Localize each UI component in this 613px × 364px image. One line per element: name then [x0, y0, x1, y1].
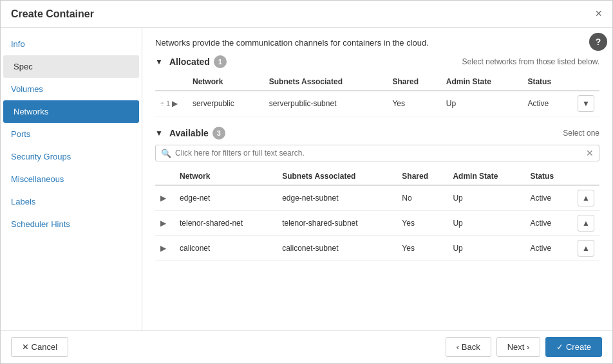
available-table: Network Subnets Associated Shared Admin … [155, 168, 599, 261]
allocated-row-shared: Yes [387, 91, 440, 116]
description-text: Networks provide the communication chann… [155, 38, 599, 48]
allocated-title: ▼ Allocated 1 [155, 55, 227, 68]
allocated-row-action: ▼ [572, 91, 599, 116]
clear-search-button[interactable]: ✕ [586, 148, 594, 158]
help-button[interactable]: ? [589, 33, 607, 51]
sidebar-item-scheduler-hints[interactable]: Scheduler Hints [1, 213, 142, 235]
caliconet-shared: Yes [397, 236, 448, 261]
allocated-col-admin-state: Admin State [441, 73, 523, 91]
allocated-row-subnets: serverpublic-subnet [264, 91, 388, 116]
cancel-button[interactable]: ✕ Cancel [11, 337, 68, 357]
sidebar-item-info[interactable]: Info [1, 33, 142, 55]
available-col-shared: Shared [397, 168, 448, 185]
footer-right: ‹ Back Next › ✓ Create [446, 337, 602, 357]
search-input[interactable] [175, 149, 586, 158]
sidebar: Info Spec Volumes Networks Ports Securit… [1, 28, 142, 330]
edge-net-status: Active [525, 185, 572, 211]
allocated-col-subnets: Subnets Associated [264, 73, 388, 91]
caliconet-name: caliconet [174, 236, 277, 261]
modal-header: Create Container × [1, 1, 612, 28]
allocate-caliconet-button[interactable]: ▲ [578, 240, 594, 257]
allocated-chevron: ▼ [155, 57, 163, 66]
create-container-modal: Create Container × Info Spec Volumes Net… [0, 0, 613, 364]
search-bar: 🔍 ✕ [155, 145, 599, 161]
allocated-row-status: Active [522, 91, 572, 116]
allocated-hint: Select networks from those listed below. [462, 57, 599, 66]
sidebar-item-networks[interactable]: Networks [3, 100, 139, 123]
available-col-admin-state: Admin State [448, 168, 525, 185]
edge-net-subnets: edge-net-subnet [277, 185, 397, 211]
sidebar-item-miscellaneous[interactable]: Miscellaneous [1, 168, 142, 190]
allocated-col-action [572, 73, 599, 91]
available-col-subnets: Subnets Associated [277, 168, 397, 185]
allocated-row-network: serverpublic [187, 91, 264, 116]
sidebar-item-volumes[interactable]: Volumes [1, 78, 142, 100]
modal-body: Info Spec Volumes Networks Ports Securit… [1, 28, 612, 330]
telenor-shared: Yes [397, 211, 448, 236]
next-button[interactable]: Next › [496, 337, 541, 357]
telenor-admin-state: Up [448, 211, 525, 236]
allocated-section-header: ▼ Allocated 1 Select networks from those… [155, 55, 599, 68]
allocated-row-expand[interactable]: ▶ [172, 99, 178, 108]
edge-net-shared: No [397, 185, 448, 211]
available-col-action [572, 168, 599, 185]
edge-net-expand[interactable]: ▶ [160, 194, 166, 203]
sidebar-item-ports[interactable]: Ports [1, 123, 142, 145]
allocate-edge-net-button[interactable]: ▲ [578, 190, 594, 206]
available-chevron: ▼ [155, 129, 163, 138]
allocated-col-status: Status [522, 73, 572, 91]
allocate-telenor-button[interactable]: ▲ [578, 215, 594, 232]
caliconet-admin-state: Up [448, 236, 525, 261]
allocated-col-sort [155, 73, 187, 91]
caliconet-subnets: caliconet-subnet [277, 236, 397, 261]
sidebar-item-spec[interactable]: Spec [3, 55, 139, 78]
telenor-subnets: telenor-shared-subnet [277, 211, 397, 236]
telenor-name: telenor-shared-net [174, 211, 277, 236]
available-section-header: ▼ Available 3 Select one [155, 127, 599, 140]
caliconet-status: Active [525, 236, 572, 261]
allocated-col-shared: Shared [387, 73, 440, 91]
sidebar-item-security-groups[interactable]: Security Groups [1, 145, 142, 168]
allocated-table: Network Subnets Associated Shared Admin … [155, 73, 599, 116]
available-hint: Select one [563, 129, 599, 138]
allocated-badge: 1 [214, 55, 227, 68]
telenor-expand[interactable]: ▶ [160, 219, 166, 228]
close-button[interactable]: × [595, 7, 602, 21]
main-content: ? Networks provide the communication cha… [142, 28, 612, 330]
deallocate-button[interactable]: ▼ [578, 95, 594, 112]
back-button[interactable]: ‹ Back [446, 337, 491, 357]
modal-footer: ✕ Cancel ‹ Back Next › ✓ Create [1, 330, 612, 363]
create-button[interactable]: ✓ Create [545, 337, 602, 357]
allocated-row: ÷ 1 ▶ serverpublic serverpublic-subnet Y… [155, 91, 599, 116]
available-row: ▶ edge-net edge-net-subnet No Up Active … [155, 185, 599, 211]
available-col-expand [155, 168, 174, 185]
telenor-status: Active [525, 211, 572, 236]
allocated-col-network: Network [187, 73, 264, 91]
available-row: ▶ caliconet caliconet-subnet Yes Up Acti… [155, 236, 599, 261]
modal-title: Create Container [11, 8, 94, 20]
available-title: ▼ Available 3 [155, 127, 225, 140]
available-badge: 3 [212, 127, 225, 140]
edge-net-name: edge-net [174, 185, 277, 211]
sidebar-item-labels[interactable]: Labels [1, 190, 142, 213]
allocated-row-admin-state: Up [441, 91, 523, 116]
search-icon: 🔍 [161, 149, 171, 158]
allocated-row-sort: ÷ 1 ▶ [155, 91, 187, 116]
edge-net-admin-state: Up [448, 185, 525, 211]
available-col-status: Status [525, 168, 572, 185]
footer-left: ✕ Cancel [11, 337, 68, 357]
available-row: ▶ telenor-shared-net telenor-shared-subn… [155, 211, 599, 236]
available-col-network: Network [174, 168, 277, 185]
caliconet-expand[interactable]: ▶ [160, 244, 166, 253]
